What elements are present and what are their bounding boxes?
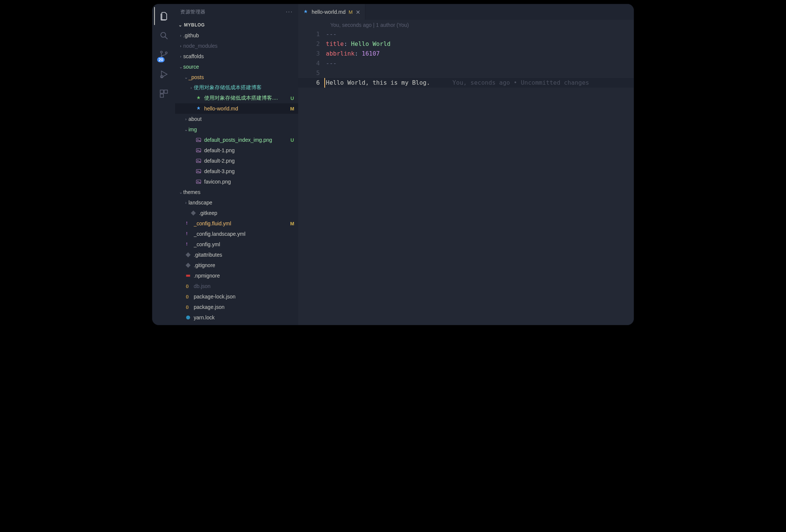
svg-point-4 <box>165 52 167 54</box>
tree-file[interactable]: {}package.json <box>175 302 298 312</box>
svg-text:!: ! <box>186 231 188 236</box>
tree-file[interactable]: !_config.fluid.ymlM <box>175 218 298 229</box>
code-line[interactable]: 3abbrlink: 16107 <box>298 49 634 59</box>
tree-file[interactable]: default-1.png <box>175 145 298 156</box>
svg-point-26 <box>186 316 190 320</box>
files-icon <box>159 11 169 21</box>
chevron-down-icon: ⌄ <box>183 75 188 80</box>
tree-folder[interactable]: ›node_modules <box>175 41 298 51</box>
chevron-right-icon: › <box>178 33 183 38</box>
line-number: 4 <box>298 59 326 68</box>
activity-debug[interactable] <box>154 65 173 83</box>
tree-folder[interactable]: ›landscape <box>175 197 298 208</box>
tree-item-label: hello-world.md <box>204 106 289 112</box>
tree-item-label: .github <box>183 32 289 38</box>
tree-item-label: .gitignore <box>194 262 289 268</box>
tree-item-label: scaffolds <box>183 53 289 59</box>
tree-folder[interactable]: ›使用对象存储低成本搭建博客 <box>175 82 298 93</box>
img-icon <box>195 168 202 175</box>
tree-item-status: U <box>289 137 295 143</box>
chevron-down-icon: ⌄ <box>177 22 183 28</box>
tree-folder[interactable]: ›.github <box>175 30 298 41</box>
sidebar-header: 资源管理器 ··· <box>175 4 298 20</box>
tree-item-status: M <box>289 106 295 112</box>
activity-extensions[interactable] <box>154 85 173 103</box>
tree-item-label: node_modules <box>183 43 289 49</box>
line-number: 3 <box>298 49 326 59</box>
activity-scm[interactable]: 20 <box>154 46 173 64</box>
svg-point-0 <box>161 32 166 37</box>
tree-folder[interactable]: ⌄source <box>175 62 298 72</box>
tree-item-label: _config.fluid.yml <box>194 220 289 226</box>
img-icon <box>195 178 202 185</box>
sidebar-title: 资源管理器 <box>180 9 206 15</box>
tree-folder[interactable]: ⌄_posts <box>175 72 298 82</box>
tree-item-label: 使用对象存储低成本搭建博客.... <box>204 95 289 101</box>
chevron-down-icon: ⌄ <box>178 65 183 69</box>
line-content <box>326 68 634 78</box>
tree-file[interactable]: default_posts_index_img.pngU <box>175 135 298 145</box>
tree-file[interactable]: !_config.yml <box>175 239 298 250</box>
svg-text:!: ! <box>186 221 188 225</box>
tree-item-label: favicon.png <box>204 179 289 185</box>
line-number: 6 <box>298 78 326 88</box>
tree-file[interactable]: {}package-lock.json <box>175 291 298 302</box>
chevron-right-icon: › <box>178 44 183 48</box>
code-line[interactable]: 2title: Hello World <box>298 39 634 49</box>
tree-file[interactable]: {}db.json <box>175 281 298 291</box>
svg-line-1 <box>165 37 168 39</box>
svg-rect-22 <box>186 275 190 276</box>
svg-text:{}: {} <box>186 295 189 298</box>
tree-file[interactable]: hello-world.mdM <box>175 103 298 114</box>
tree-folder[interactable]: ›scaffolds <box>175 51 298 62</box>
tree-folder[interactable]: ›about <box>175 114 298 124</box>
activity-explorer[interactable] <box>154 7 173 25</box>
tree-file[interactable]: .gitignore <box>175 260 298 270</box>
yml-icon: ! <box>185 231 191 237</box>
tree-item-label: about <box>188 116 289 122</box>
tree-item-label: landscape <box>188 200 289 206</box>
tab-status: M <box>349 9 353 15</box>
tab-hello-world[interactable]: hello-world.md M ✕ <box>298 4 365 20</box>
activity-bar: 20 <box>152 4 175 325</box>
code-line[interactable]: 4--- <box>298 59 634 68</box>
git-icon <box>185 262 191 269</box>
tree-folder[interactable]: ⌄themes <box>175 187 298 197</box>
file-tree: ›.github›node_modules›scaffolds⌄source⌄_… <box>175 30 298 325</box>
tree-file[interactable]: .gitkeep <box>175 208 298 218</box>
sidebar-more-button[interactable]: ··· <box>286 9 293 15</box>
chevron-right-icon: › <box>178 54 183 59</box>
tab-label: hello-world.md <box>312 9 346 15</box>
tree-file[interactable]: favicon.png <box>175 176 298 187</box>
line-content: --- <box>326 59 634 68</box>
tree-file[interactable]: !_config.landscape.yml <box>175 229 298 239</box>
tree-file[interactable]: 使用对象存储低成本搭建博客....U <box>175 93 298 103</box>
close-icon[interactable]: ✕ <box>356 9 361 15</box>
chevron-right-icon: › <box>188 85 194 90</box>
img-icon <box>195 137 202 143</box>
tree-file[interactable]: .npmignore <box>175 270 298 281</box>
sidebar-section[interactable]: ⌄ MYBLOG <box>175 20 298 30</box>
gitlens-inline-blame: You, seconds ago • Uncommitted changes <box>452 79 589 86</box>
tree-item-label: default-2.png <box>204 158 289 164</box>
line-number: 2 <box>298 39 326 49</box>
code-line[interactable]: 1--- <box>298 29 634 39</box>
tree-item-label: img <box>188 126 289 132</box>
tree-file[interactable]: yarn.lock <box>175 312 298 323</box>
chevron-right-icon: › <box>183 200 188 205</box>
svg-text:{}: {} <box>186 284 189 288</box>
tree-item-label: 使用对象存储低成本搭建博客 <box>194 84 289 91</box>
tree-file[interactable]: default-3.png <box>175 166 298 176</box>
code-editor[interactable]: 1---2title: Hello World3abbrlink: 161074… <box>298 29 634 88</box>
tree-folder[interactable]: ⌄img <box>175 124 298 135</box>
line-content: title: Hello World <box>326 39 634 49</box>
tree-file[interactable]: .gitattributes <box>175 250 298 260</box>
code-line[interactable]: 6Hello World, this is my Blog.You, secon… <box>298 78 634 88</box>
code-line[interactable]: 5 <box>298 68 634 78</box>
tree-item-label: default-3.png <box>204 168 289 174</box>
img-icon <box>195 147 202 154</box>
tree-item-label: package.json <box>194 304 289 310</box>
tree-file[interactable]: default-2.png <box>175 156 298 166</box>
activity-search[interactable] <box>154 26 173 44</box>
tree-item-label: source <box>183 64 289 70</box>
